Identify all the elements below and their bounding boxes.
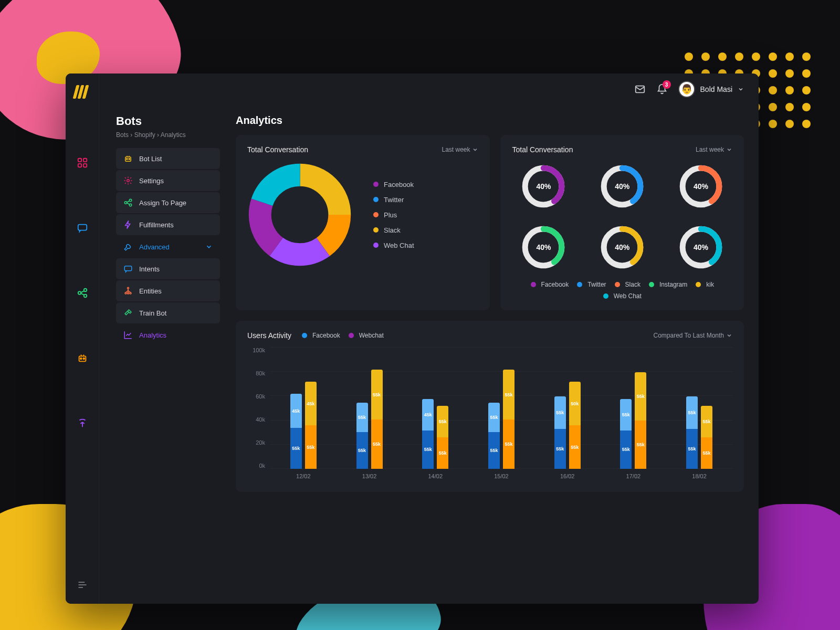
sidebar-item-assign-to-page[interactable]: Assign To Page [116,192,220,213]
svg-point-15 [127,180,130,182]
bar-group: 55k55k55k 55k55k55k 13/02 [356,370,383,469]
legend-item: Slack [373,226,414,234]
card-users-activity: Users Activity FacebookWebchat Compared … [236,321,744,492]
donut-legend: FacebookTwitterPlusSlackWeb Chat [373,181,414,249]
svg-rect-0 [78,159,81,162]
chevron-down-icon [472,146,478,153]
sidebar-item-label: Advanced [139,243,170,251]
svg-point-17 [129,199,132,202]
sidebar-item-analytics[interactable]: Analytics [116,324,220,345]
bell-icon[interactable]: 3 [656,83,668,95]
gauge-slack: 40% [677,162,725,211]
sidebar-item-advanced[interactable]: Advanced [116,236,220,257]
svg-point-23 [130,292,131,294]
card-title: Total Conversation [247,145,308,154]
svg-point-7 [83,295,87,298]
svg-rect-4 [78,225,87,230]
sidebar-item-intents[interactable]: Intents [116,258,220,279]
bar-group: 55k45k55k 55k45k55k 12/02 [290,382,317,469]
sidebar-menu: Bot ListSettingsAssign To PageFulfillmen… [116,148,220,345]
svg-rect-2 [78,164,81,167]
wrench-icon [123,242,133,251]
bar-group: 55k55k55k 55k55k55k 15/02 [488,370,514,469]
rail-dashboard-icon[interactable] [76,156,89,169]
svg-point-28 [260,175,340,255]
svg-rect-1 [83,159,86,162]
card-total-conversation-gauges: Total Conversation Last week 40% 40% 40%… [500,135,744,310]
sidebar-item-label: Bot List [139,155,162,163]
sidebar-item-label: Intents [139,265,160,273]
svg-point-18 [129,204,132,206]
chevron-down-icon [726,146,732,153]
sidebar-item-fulfillments[interactable]: Fulfillments [116,214,220,235]
chevron-down-icon [726,332,732,339]
bolt-icon [123,220,133,229]
user-name: Bold Masi [700,85,732,93]
section-title: Analytics [236,114,744,127]
legend-item: Webchat [349,332,384,339]
rail-broadcast-icon[interactable] [76,417,89,429]
svg-point-21 [125,292,127,294]
gauge-grid: 40% 40% 40% 40% 40% 40% [512,162,732,271]
rail-menu-icon[interactable] [76,579,89,591]
gauge-instagram: 40% [519,223,568,271]
sidebar: Bots Bots › Shopify › Analytics Bot List… [99,105,230,604]
legend-item: Twitter [577,281,606,288]
svg-point-14 [129,159,130,160]
svg-point-13 [127,159,128,160]
sidebar-item-settings[interactable]: Settings [116,170,220,191]
sidebar-item-label: Analytics [139,331,166,339]
svg-point-5 [78,291,81,295]
gauge-web-chat: 40% [677,223,725,271]
sidebar-item-entities[interactable]: Entities [116,280,220,301]
sidebar-item-train-bot[interactable]: Train Bot [116,302,220,323]
notification-badge: 3 [663,80,671,89]
legend-item: Facebook [373,181,414,188]
sidebar-item-label: Train Bot [139,309,166,317]
chart-legend: FacebookWebchat [302,332,384,339]
sidebar-item-bot-list[interactable]: Bot List [116,148,220,169]
sidebar-item-label: Fulfillments [139,221,174,229]
svg-rect-19 [124,266,132,271]
legend-item: kik [696,281,714,288]
svg-point-16 [124,202,127,204]
dropdown-last-week[interactable]: Last week [696,146,732,153]
mail-icon[interactable] [634,83,646,95]
content: Analytics Total Conversation Last week F… [230,105,759,604]
main-area: 3 👨 Bold Masi Bots Bots › Shopify › Anal… [99,74,759,604]
svg-point-20 [128,287,129,289]
dropdown-last-week[interactable]: Last week [442,146,478,153]
gauge-legend: FacebookTwitterSlackInstagramkikWeb Chat [512,281,732,300]
legend-item: Plus [373,211,414,219]
bar-group: 55k55k55k 55k55k55k 17/02 [620,372,646,469]
svg-point-6 [83,289,87,292]
rail-share-icon[interactable] [76,287,89,299]
bar-group: 55k55k55k 55k55k55k 18/02 [686,396,712,469]
gauge-twitter: 40% [598,162,646,211]
logo-icon[interactable] [75,85,90,99]
chart-icon [123,330,133,340]
breadcrumb: Bots › Shopify › Analytics [116,131,220,139]
page-title: Bots [116,114,220,128]
sidebar-item-label: Entities [139,287,162,295]
legend-item: Instagram [649,281,687,288]
bar-group: 55k45k55k 55k55k55k 14/02 [422,399,448,469]
rail-robot-icon[interactable] [76,352,89,364]
svg-rect-3 [83,164,86,167]
legend-item: Slack [615,281,640,288]
svg-point-9 [80,358,81,360]
donut-chart [247,162,352,267]
sidebar-item-label: Assign To Page [139,199,186,207]
y-axis: 100k80k60k40k20k0k [247,345,270,481]
gauge-facebook: 40% [519,162,568,211]
card-title: Users Activity [247,331,291,340]
rail-chat-icon[interactable] [76,222,89,234]
chat-icon [123,264,133,274]
legend-item: Facebook [531,281,569,288]
user-menu[interactable]: 👨 Bold Masi [678,81,744,98]
legend-item: Facebook [302,332,340,339]
legend-item: Twitter [373,196,414,204]
dropdown-compared[interactable]: Compared To Last Month [653,332,732,339]
robot-icon [123,154,133,163]
card-total-conversation-donut: Total Conversation Last week FacebookTwi… [236,135,490,310]
